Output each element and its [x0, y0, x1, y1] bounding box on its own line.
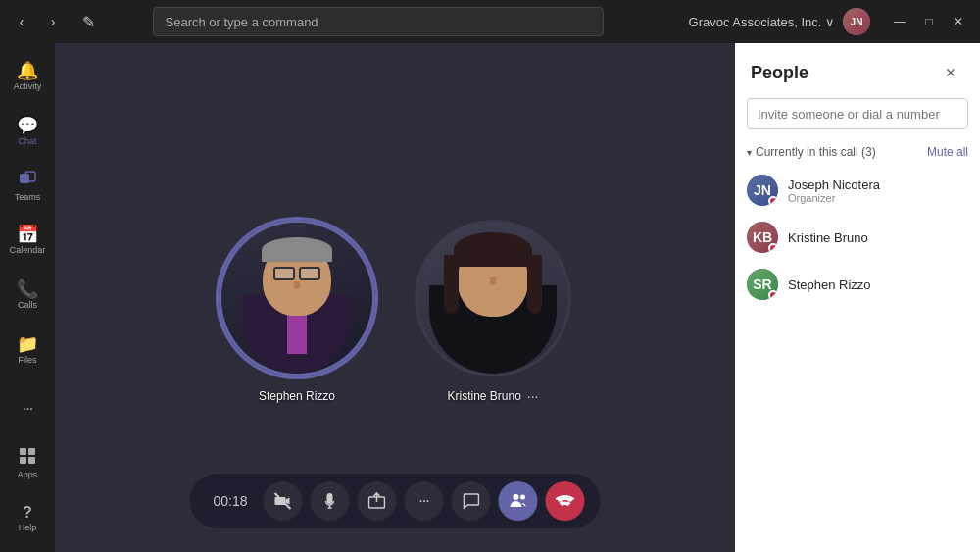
person-info-joseph: Joseph Nicotera Organizer — [788, 177, 968, 204]
files-icon: 📁 — [17, 335, 38, 353]
avatar-img-stephen — [221, 223, 372, 374]
person-role-joseph: Organizer — [788, 192, 968, 204]
person-item-joseph[interactable]: JN Joseph Nicotera Organizer — [735, 167, 980, 214]
section-header: ▾ Currently in this call (3) Mute all — [735, 141, 980, 167]
teams-icon — [19, 170, 36, 190]
sidebar-item-chat[interactable]: 💬 Chat — [6, 106, 49, 157]
person-name-joseph: Joseph Nicotera — [788, 177, 968, 192]
sidebar-item-more[interactable]: ··· — [6, 383, 49, 434]
avatar-circle-kristine — [415, 220, 571, 376]
status-dot-kristine — [768, 243, 778, 253]
sidebar: 🔔 Activity 💬 Chat Teams 📅 Calendar 📞 Cal… — [0, 43, 55, 552]
panel-header: People ✕ — [735, 43, 980, 98]
avatar-kristine: KB — [747, 222, 778, 253]
section-title: ▾ Currently in this call (3) — [747, 145, 876, 159]
sidebar-item-help[interactable]: ? Help — [6, 493, 49, 544]
video-tile-kristine: Kristine Bruno ··· — [415, 220, 571, 376]
back-button[interactable]: ‹ — [8, 8, 35, 35]
tile-more-icon[interactable]: ··· — [527, 388, 539, 404]
people-button[interactable] — [499, 481, 538, 521]
person-info-stephen: Stephen Rizzo — [788, 277, 968, 292]
mute-button[interactable] — [311, 481, 350, 521]
close-button[interactable]: ✕ — [945, 8, 972, 35]
search-placeholder: Search or type a command — [166, 15, 318, 29]
people-panel: People ✕ ▾ Currently in this call (3) Mu… — [735, 43, 980, 552]
video-toggle-button[interactable] — [264, 481, 303, 521]
panel-title: People — [751, 63, 808, 83]
sidebar-label-chat: Chat — [18, 136, 36, 146]
chat-button[interactable] — [452, 481, 491, 521]
help-icon: ? — [23, 505, 32, 521]
user-avatar[interactable]: JN — [843, 8, 870, 35]
sidebar-label-files: Files — [18, 355, 36, 365]
calendar-icon: 📅 — [17, 226, 38, 243]
status-dot-joseph — [768, 196, 778, 206]
window-controls: — □ ✕ — [886, 8, 972, 35]
person-item-kristine[interactable]: KB Kristine Bruno — [735, 214, 980, 261]
sidebar-item-calendar[interactable]: 📅 Calendar — [6, 215, 49, 266]
org-name[interactable]: Gravoc Associates, Inc. ∨ — [689, 15, 835, 29]
panel-close-button[interactable]: ✕ — [937, 59, 964, 86]
sidebar-label-calendar: Calendar — [10, 245, 46, 255]
sidebar-label-apps: Apps — [18, 470, 38, 479]
more-button[interactable]: ··· — [405, 481, 444, 521]
share-button[interactable] — [358, 481, 397, 521]
svg-rect-2 — [20, 448, 26, 455]
forward-button[interactable]: › — [39, 8, 67, 35]
sidebar-item-calls[interactable]: 📞 Calls — [6, 270, 49, 321]
sidebar-item-teams[interactable]: Teams — [6, 161, 49, 212]
tile-label-stephen: Stephen Rizzo — [259, 389, 335, 403]
mute-all-button[interactable]: Mute all — [927, 145, 968, 159]
sidebar-item-apps[interactable]: Apps — [6, 438, 49, 489]
sidebar-label-calls: Calls — [18, 300, 37, 310]
person-info-kristine: Kristine Bruno — [788, 230, 968, 245]
sidebar-item-activity[interactable]: 🔔 Activity — [6, 51, 49, 102]
tile-label-kristine: Kristine Bruno — [447, 389, 520, 403]
sidebar-bottom: ··· Apps ? Help — [6, 383, 49, 552]
status-dot-stephen — [768, 290, 778, 300]
avatar-circle-stephen — [219, 220, 375, 376]
person-name-stephen: Stephen Rizzo — [788, 277, 968, 292]
maximize-button[interactable]: □ — [915, 8, 943, 35]
person-name-kristine: Kristine Bruno — [788, 230, 968, 245]
titlebar-right: Gravoc Associates, Inc. ∨ JN — □ ✕ — [689, 8, 972, 35]
main-layout: 🔔 Activity 💬 Chat Teams 📅 Calendar 📞 Cal… — [0, 43, 980, 552]
person-item-stephen[interactable]: SR Stephen Rizzo — [735, 261, 980, 308]
avatar-stephen: SR — [747, 269, 778, 300]
person-list: JN Joseph Nicotera Organizer KB Kristine… — [735, 167, 980, 552]
svg-rect-3 — [28, 448, 35, 455]
svg-point-9 — [520, 495, 525, 500]
nav-controls: ‹ › — [8, 8, 67, 35]
call-controls: 00:18 ·· — [189, 474, 600, 528]
calls-icon: 📞 — [17, 280, 38, 298]
avatar-joseph: JN — [747, 175, 778, 206]
svg-rect-4 — [20, 457, 26, 464]
avatar-img-kristine — [415, 220, 571, 376]
activity-icon: 🔔 — [17, 62, 38, 79]
video-tile-stephen: Stephen Rizzo — [219, 220, 375, 376]
sidebar-label-teams: Teams — [15, 192, 41, 202]
chevron-down-icon: ▾ — [747, 147, 752, 158]
svg-point-8 — [514, 494, 519, 500]
invite-input[interactable] — [747, 98, 968, 129]
sidebar-label-activity: Activity — [14, 81, 42, 91]
compose-button[interactable]: ✎ — [74, 8, 102, 35]
sidebar-label-help: Help — [19, 523, 37, 532]
call-timer: 00:18 — [205, 493, 255, 509]
apps-icon — [19, 447, 36, 468]
search-bar: Search or type a command — [153, 7, 604, 36]
chat-icon: 💬 — [17, 117, 38, 134]
titlebar: ‹ › ✎ Search or type a command Gravoc As… — [0, 0, 980, 43]
call-area: Stephen Rizzo — [55, 43, 735, 552]
more-icon: ··· — [23, 401, 32, 417]
end-call-button[interactable] — [546, 481, 585, 521]
minimize-button[interactable]: — — [886, 8, 913, 35]
sidebar-item-files[interactable]: 📁 Files — [6, 325, 49, 376]
svg-rect-5 — [28, 457, 35, 464]
